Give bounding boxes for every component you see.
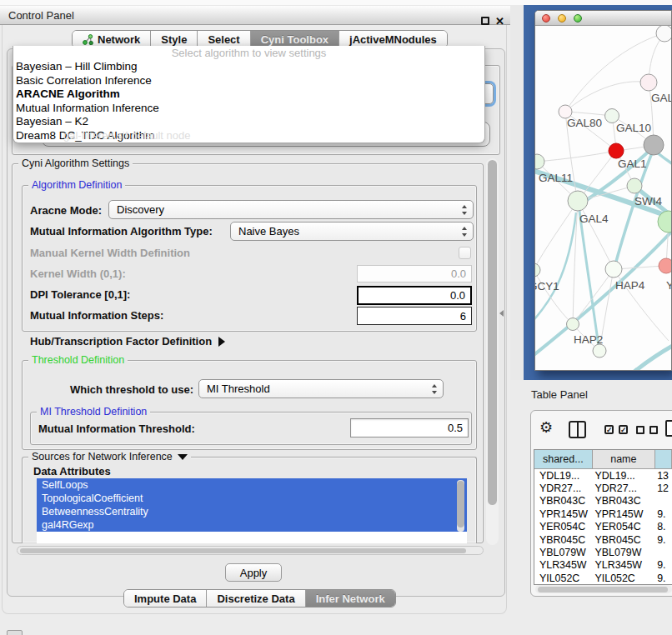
table-row[interactable]: YDR27...YDR27...12 (534, 482, 672, 494)
table-row[interactable]: YLR345WYLR345W9. (534, 559, 672, 572)
table-cell: YER054C (593, 521, 656, 532)
expand-right-arrow-icon (218, 337, 225, 347)
settings-hscrollbar-thumb[interactable] (20, 548, 466, 553)
table-row[interactable]: YBL079WYBL079W (534, 546, 672, 558)
bottom-left-partial-icon[interactable] (7, 630, 23, 635)
table-rows: YDL19...YDL19...13YDR27...YDR27...12YBR0… (534, 469, 672, 585)
network-node[interactable] (659, 258, 672, 273)
mi-threshold-field[interactable]: 0.5 (350, 418, 469, 438)
data-attribute-item[interactable]: SelfLoops (37, 478, 467, 492)
tab-infer-network-label: Infer Network (316, 592, 385, 605)
network-node[interactable] (535, 263, 540, 277)
split-column-icon[interactable] (569, 421, 586, 438)
close-traffic-light-icon[interactable] (542, 14, 550, 22)
network-node[interactable] (609, 143, 624, 158)
minimize-traffic-light-icon[interactable] (558, 14, 566, 22)
tab-cyni-toolbox[interactable]: Cyni Toolbox (251, 31, 339, 48)
data-attribute-item[interactable]: gal4RGexp (37, 518, 467, 532)
network-edge (535, 212, 576, 326)
network-node[interactable] (640, 74, 657, 91)
table-row[interactable]: YER054CYER054C8. (534, 521, 672, 533)
mi-type-combobox[interactable]: Naive Bayes (230, 222, 474, 241)
network-edge (631, 342, 672, 371)
table-row[interactable]: YBR043CYBR043C (534, 495, 672, 508)
zoom-traffic-light-icon[interactable] (574, 14, 582, 22)
network-node[interactable] (627, 178, 642, 193)
tab-style[interactable]: Style (151, 31, 198, 48)
data-attribute-item[interactable]: BetweennessCentrality (37, 505, 467, 518)
network-node[interactable] (656, 26, 672, 42)
network-icon (83, 34, 93, 45)
apply-button-label: Apply (240, 567, 268, 579)
table-row[interactable]: YPR145WYPR145W9. (534, 508, 672, 520)
spinner-arrows-icon (461, 205, 468, 215)
attributes-scrollbar-thumb[interactable] (457, 481, 464, 528)
tab-jactivemnodules[interactable]: jActiveMNodules (339, 31, 447, 48)
gear-icon[interactable]: ⚙ (539, 420, 553, 435)
data-attribute-item[interactable]: TopologicalCoefficient (37, 492, 467, 505)
sources-group-title-wrap[interactable]: Sources for Network Inference (28, 451, 191, 462)
node-label: HAP4 (615, 279, 645, 292)
tab-network[interactable]: Network (73, 31, 151, 48)
aracne-mode-combobox[interactable]: Discovery (108, 200, 474, 219)
hub-definition-label: Hub/Transcription Factor Definition (30, 335, 212, 348)
algorithm-option[interactable]: Bayesian – Hill Climbing (13, 60, 484, 74)
splitpane-grip-icon[interactable] (499, 310, 504, 317)
which-threshold-value: MI Threshold (207, 382, 270, 395)
network-node[interactable] (593, 344, 606, 358)
network-node[interactable] (568, 191, 588, 211)
table-row[interactable]: YDL19...YDL19...13 (534, 469, 672, 482)
mi-steps-label: Mutual Information Steps: (30, 309, 163, 322)
tab-cyni-toolbox-label: Cyni Toolbox (261, 33, 328, 46)
apply-button[interactable]: Apply (225, 563, 282, 582)
table-hscrollbar-track[interactable] (535, 585, 672, 593)
kernel-width-field[interactable]: 0.0 (357, 265, 472, 282)
network-node[interactable] (644, 135, 664, 155)
hub-definition-expander[interactable]: Hub/Transcription Factor Definition (30, 335, 225, 348)
algorithm-option[interactable]: Mutual Information Inference (13, 102, 484, 116)
tab-impute-data[interactable]: Impute Data (124, 590, 207, 607)
table-column-header[interactable] (655, 450, 672, 468)
checkbox-checked-icon: ✓ (604, 425, 614, 434)
tab-infer-network[interactable]: Infer Network (306, 590, 395, 607)
network-node[interactable] (605, 261, 622, 278)
algorithm-option[interactable]: Basic Correlation Inference (13, 74, 484, 88)
network-window-titlebar[interactable] (535, 11, 671, 26)
network-node[interactable] (567, 318, 579, 331)
dpi-tolerance-field[interactable]: 0.0 (357, 286, 472, 305)
table-hscrollbar-thumb[interactable] (538, 587, 668, 592)
node-label: HAP2 (574, 333, 603, 346)
table-column-header[interactable]: name (593, 450, 656, 468)
which-threshold-combobox[interactable]: MI Threshold (198, 379, 444, 398)
settings-vscrollbar-track[interactable] (486, 158, 499, 545)
sources-group-title: Sources for Network Inference (32, 451, 173, 462)
attributes-scrollbar-track[interactable] (457, 480, 464, 532)
table-cell: 12 (655, 482, 672, 494)
network-canvas[interactable]: GALGAL80GAL10GAL1GAL11GAL4SWI4GCY1HAP4YH… (535, 26, 672, 371)
algorithm-option[interactable]: Bayesian – K2 (13, 115, 484, 129)
table-cell: YBR045C (593, 534, 656, 546)
tab-select[interactable]: Select (198, 31, 250, 48)
network-node[interactable] (605, 109, 619, 123)
settings-vscrollbar-thumb[interactable] (488, 160, 497, 505)
table-cell: YBL079W (593, 547, 656, 558)
tab-select-label: Select (208, 33, 239, 46)
float-panel-icon[interactable] (481, 17, 489, 25)
page-icon[interactable] (665, 420, 672, 437)
manual-kernel-checkbox[interactable] (459, 247, 471, 259)
network-edge (535, 270, 573, 324)
table-row[interactable]: YIL052CYIL052C9. (534, 572, 672, 584)
table-column-header[interactable]: shared... (534, 450, 593, 468)
bottom-tabs: Impute Data Discretize Data Infer Networ… (123, 589, 396, 608)
table-cell: 9. (655, 559, 672, 571)
table-cell: YIL052C (534, 572, 593, 584)
table-row[interactable]: YBR045CYBR045C9. (534, 533, 672, 546)
algorithm-definition-title: Algorithm Definition (28, 179, 125, 191)
tab-discretize-data[interactable]: Discretize Data (207, 590, 305, 607)
table-cell: YDL19... (593, 470, 656, 482)
settings-hscrollbar-track[interactable] (17, 546, 484, 555)
unchecked-pair-icon[interactable] (636, 426, 658, 434)
algorithm-option[interactable]: ARACNE Algorithm (13, 88, 484, 102)
checked-pair-icon[interactable]: ✓ ✓ (604, 425, 628, 434)
mi-steps-field[interactable]: 6 (357, 307, 472, 325)
